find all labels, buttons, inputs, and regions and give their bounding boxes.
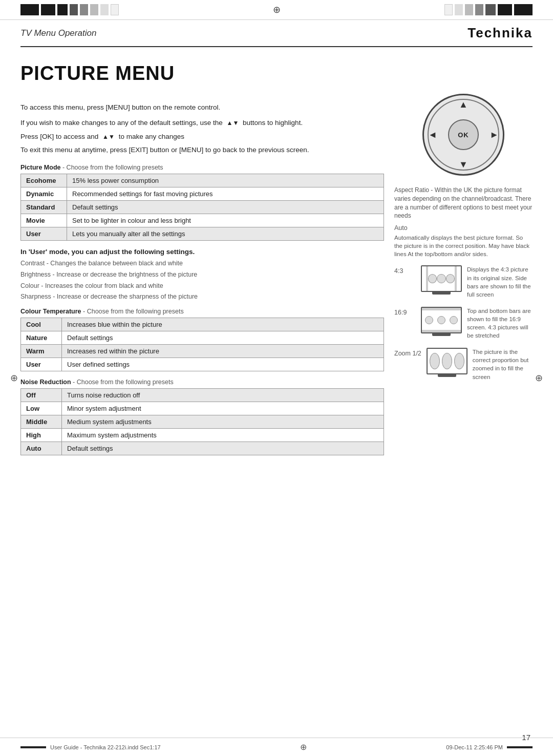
table-row: NatureDefault settings [21,331,384,345]
left-arrow-icon: ◄ [428,130,437,140]
table-cell-label: Ecohome [21,174,67,187]
table-cell-desc: Recommended settings for fast moving pic… [67,187,384,201]
table-cell-desc: Set to be lighter in colour and less bri… [67,214,384,227]
block-r5 [485,4,496,15]
table-row: AutoDefault settings [21,442,384,455]
noise-reduction-section: Noise Reduction - Choose from the follow… [20,379,384,455]
footer-left-text: User Guide - Technika 22-212i.indd Sec1:… [50,744,161,750]
table-row: UserLets you manually alter all the sett… [21,227,384,241]
tv-diagram [421,307,462,336]
table-row: UserUser defined settings [21,358,384,371]
table-cell-label: High [21,429,62,442]
instruction-line3: Press [OK] to access and ▲▼ to make any … [20,131,384,142]
header-bar: ⊕ [0,0,553,20]
left-compass-icon: ⊕ [10,372,18,384]
instruction-line1: To access this menu, press [MENU] button… [20,102,384,113]
instruction-line2: If you wish to make changes to any of th… [20,117,384,129]
up-down-arrow-icon: ▲▼ [227,118,239,129]
block-r4 [475,4,483,15]
table-cell-desc: Increases blue within the picture [62,318,384,331]
table-row: Ecohome15% less power consumption [21,174,384,187]
footer-right-bar [507,746,533,748]
block-2 [41,4,55,15]
table-row: DynamicRecommended settings for fast mov… [21,187,384,201]
aspect-ratio-item: 16:9 Top and bottom bars are shown to fi… [394,307,533,340]
tv-stand [432,333,451,336]
picture-mode-header: Picture Mode - Choose from the following… [20,164,384,171]
table-cell-label: Movie [21,214,67,227]
table-row: HighMaximum system adjustments [21,429,384,442]
table-row: CoolIncreases blue within the picture [21,318,384,331]
table-cell-desc: Medium system adjustments [62,415,384,429]
table-row: LowMinor system adjustment [21,402,384,415]
footer-compass-icon: ⊕ [300,742,307,752]
page-title: PICTURE MENU [20,62,533,85]
right-compass-icon: ⊕ [535,372,543,384]
aspect-ratio-header: Aspect Ratio - Within the UK the picture… [394,186,533,220]
auto-label: Auto [394,224,533,232]
noise-reduction-table: OffTurns noise reduction offLowMinor sys… [20,388,384,455]
header-compass-icon: ⊕ [273,4,281,15]
block-8 [111,4,119,15]
table-cell-label: Warm [21,345,62,358]
tv-diagram [421,265,462,295]
tv-screen [421,265,462,292]
tv-screen [421,307,462,333]
block-7 [100,4,109,15]
block-6 [90,4,98,15]
aspect-ratio-label: 4:3 [394,265,416,275]
table-cell-label: User [21,358,62,371]
table-cell-desc: Minor system adjustment [62,402,384,415]
remote-diagram: OK ▲ ▼ ◄ ► [394,94,533,176]
tv-stand [432,292,451,295]
table-cell-label: Standard [21,201,67,214]
block-r6 [498,4,512,15]
block-r2 [455,4,463,15]
right-arrow-icon: ► [490,130,499,140]
table-cell-desc: 15% less power consumption [67,174,384,187]
footer: User Guide - Technika 22-212i.indd Sec1:… [0,738,553,756]
up-arrow-icon: ▲ [459,99,468,110]
table-cell-desc: Default settings [62,442,384,455]
picture-mode-section: Picture Mode - Choose from the following… [20,164,384,241]
table-cell-desc: Default settings [62,331,384,345]
remote-circle: OK ▲ ▼ ◄ ► [422,94,504,176]
aspect-ratio-description: Displays the 4:3 picture in its original… [467,265,533,298]
block-r3 [465,4,473,15]
footer-left-bar [20,746,46,748]
user-mode-text: In 'User' mode, you can adjust the follo… [20,248,384,256]
table-row: StandardDefault settings [21,201,384,214]
table-cell-label: Auto [21,442,62,455]
brand-logo: Technika [467,25,533,41]
aspect-ratio-label: Zoom 1/2 [394,348,421,357]
block-4 [70,4,78,15]
instruction-line4: To exit this menu at anytime, press [EXI… [20,144,384,156]
block-3 [57,4,68,15]
colour-text: Colour - Increases the colour from black… [20,281,384,291]
table-cell-label: Off [21,389,62,402]
table-cell-desc: Increases red within the picture [62,345,384,358]
header-blocks-left [20,4,119,15]
contrast-text: Contrast - Changes the balance between b… [20,259,384,268]
picture-mode-table: Ecohome15% less power consumptionDynamic… [20,174,384,241]
aspect-ratio-description: The picture is the correct proportion bu… [473,348,533,381]
auto-description: Automatically displays the best picture … [394,234,533,258]
table-cell-desc: Lets you manually alter all the settings [67,227,384,241]
aspect-ratio-item: 4:3 Displays the 4:3 picture in its orig… [394,265,533,298]
colour-temp-header: Colour Temperature - Choose from the fol… [20,308,384,315]
tv-stand [438,374,456,377]
noise-reduction-header: Noise Reduction - Choose from the follow… [20,379,384,386]
up-down-arrow-icon2: ▲▼ [102,132,115,142]
table-cell-desc: Maximum system adjustments [62,429,384,442]
table-row: MiddleMedium system adjustments [21,415,384,429]
table-row: OffTurns noise reduction off [21,389,384,402]
down-arrow-icon: ▼ [459,159,468,170]
table-cell-label: Dynamic [21,187,67,201]
colour-temp-table: CoolIncreases blue within the pictureNat… [20,318,384,371]
tv-diagram [427,348,467,377]
aspect-items: 4:3 Displays the 4:3 picture in its orig… [394,265,533,381]
table-cell-desc: Turns noise reduction off [62,389,384,402]
block-1 [20,4,39,15]
table-row: MovieSet to be lighter in colour and les… [21,214,384,227]
block-5 [80,4,88,15]
